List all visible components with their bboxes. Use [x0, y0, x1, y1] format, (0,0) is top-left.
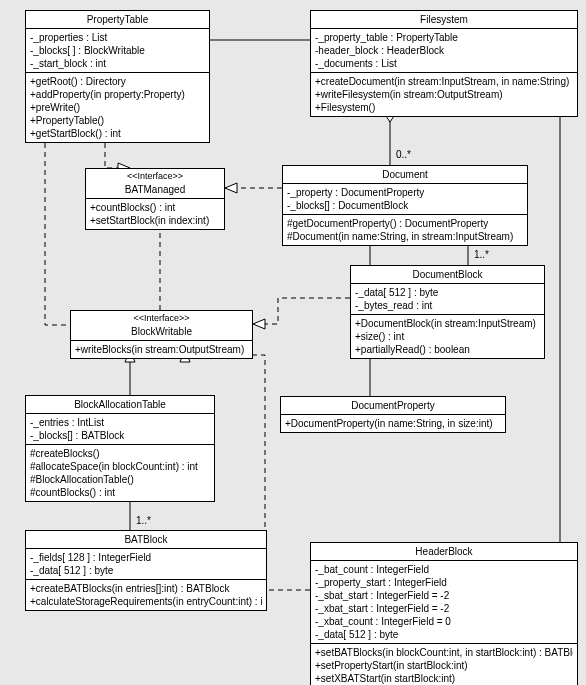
class-blockallocationtable: BlockAllocationTable -_entries : IntList… [25, 395, 215, 502]
class-attrs: -_bat_count : IntegerField -_property_st… [311, 561, 577, 644]
class-attrs: -_entries : IntList -_blocks[] : BATBloc… [26, 414, 214, 445]
class-filesystem: Filesystem -_property_table : PropertyTa… [310, 10, 578, 117]
class-title: BATBlock [26, 531, 266, 549]
class-ops: +createDocument(in stream:InputStream, i… [311, 73, 577, 116]
class-ops: +countBlocks() : int +setStartBlock(in i… [86, 199, 224, 229]
class-title: HeaderBlock [311, 543, 577, 561]
class-title: DocumentProperty [281, 397, 505, 415]
class-attrs: -_property : DocumentProperty -_blocks[]… [283, 184, 527, 215]
class-ops: +DocumentBlock(in stream:InputStream) +s… [351, 315, 544, 358]
class-ops: +DocumentProperty(in name:String, in siz… [281, 415, 505, 432]
class-ops: +getRoot() : Directory +addProperty(in p… [26, 73, 209, 142]
class-title: BlockAllocationTable [26, 396, 214, 414]
class-documentblock: DocumentBlock -_data[ 512 ] : byte -_byt… [350, 265, 545, 359]
class-title: Filesystem [311, 11, 577, 29]
class-title: DocumentBlock [351, 266, 544, 284]
class-title: PropertyTable [26, 11, 209, 29]
class-ops: #createBlocks() #allocateSpace(in blockC… [26, 445, 214, 501]
class-batmanaged: <<Interface>> BATManaged +countBlocks() … [85, 168, 225, 230]
multiplicity-bat-block: 1..* [136, 515, 151, 526]
class-attrs: -_property_table : PropertyTable -header… [311, 29, 577, 73]
class-header: <<Interface>> BlockWritable [71, 311, 252, 341]
multiplicity-doc-block: 1..* [474, 249, 489, 260]
class-batblock: BATBlock -_fields[ 128 ] : IntegerField … [25, 530, 267, 611]
multiplicity-fs-doc: 0..* [396, 149, 411, 160]
class-attrs: -_data[ 512 ] : byte -_bytes_read : int [351, 284, 544, 315]
class-ops: +createBATBlocks(in entries[]:int) : BAT… [26, 580, 266, 610]
class-attrs: -_fields[ 128 ] : IntegerField -_data[ 5… [26, 549, 266, 580]
class-propertytable: PropertyTable -_properties : List -_bloc… [25, 10, 210, 143]
class-document: Document -_property : DocumentProperty -… [282, 165, 528, 246]
class-documentproperty: DocumentProperty +DocumentProperty(in na… [280, 396, 506, 433]
class-ops: +setBATBlocks(in blockCount:int, in star… [311, 644, 577, 685]
class-header: <<Interface>> BATManaged [86, 169, 224, 199]
class-headerblock: HeaderBlock -_bat_count : IntegerField -… [310, 542, 578, 685]
class-title: Document [283, 166, 527, 184]
class-ops: +writeBlocks(in stream:OutputStream) [71, 341, 252, 358]
class-attrs: -_properties : List -_blocks[ ] : BlockW… [26, 29, 209, 73]
class-ops: #getDocumentProperty() : DocumentPropert… [283, 215, 527, 245]
class-blockwritable: <<Interface>> BlockWritable +writeBlocks… [70, 310, 253, 359]
